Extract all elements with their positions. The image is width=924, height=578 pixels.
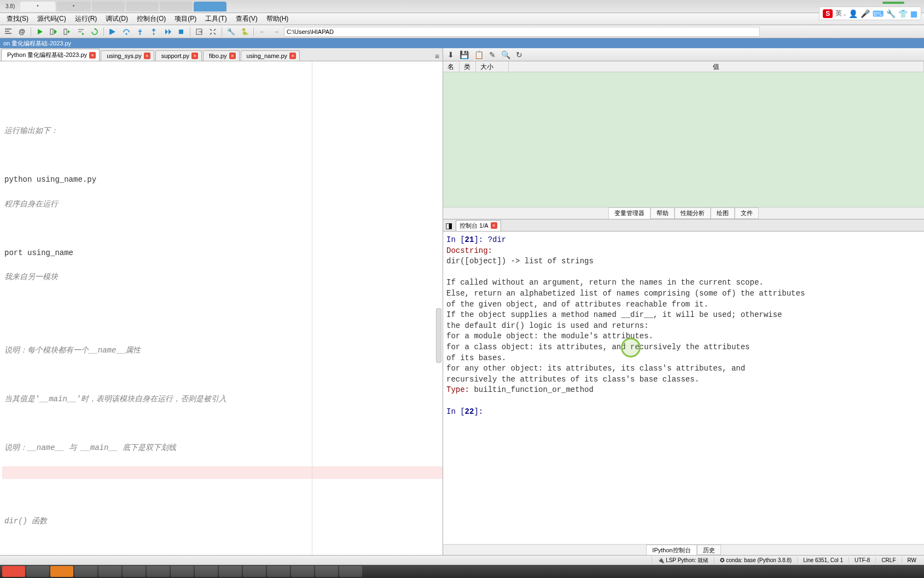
ime-settings-icon[interactable]: 👤 [849, 9, 858, 18]
status-encoding[interactable]: UTF-8 [849, 557, 875, 563]
new-console-icon[interactable]: ◨ [445, 221, 452, 230]
ime-grid-icon[interactable]: ▦ [910, 9, 917, 18]
ime-lang[interactable]: 英 , [835, 9, 846, 18]
step-into-icon[interactable] [134, 26, 146, 37]
wrench-icon[interactable]: 🔧 [225, 26, 237, 37]
taskbar-app-icon[interactable] [2, 566, 25, 577]
col-size[interactable]: 大小 [476, 61, 509, 72]
editor-tab[interactable]: Python 量化编程基础-2023.py × [1, 49, 100, 61]
run-cell-icon[interactable] [48, 26, 60, 37]
taskbar-app-icon[interactable] [123, 566, 146, 577]
editor-tab[interactable]: using_name.py × [241, 50, 300, 61]
run-cell-next-icon[interactable] [61, 26, 73, 37]
taskbar-app-icon[interactable] [267, 566, 290, 577]
col-name[interactable]: 名称 [443, 61, 460, 72]
save-icon[interactable]: 💾 [460, 50, 469, 59]
editor-tab[interactable]: fibo.py × [203, 50, 239, 61]
editor-scrollbar[interactable] [436, 308, 441, 363]
taskbar-app-icon[interactable] [291, 566, 314, 577]
stop-icon[interactable] [175, 26, 187, 37]
taskbar-app-icon[interactable] [50, 566, 73, 577]
taskbar-app-icon[interactable] [98, 566, 121, 577]
editor-tab[interactable]: using_sys.py × [101, 50, 154, 61]
tab-ipython-console[interactable]: IPython控制台 [646, 545, 696, 555]
browser-tab[interactable]: • [56, 2, 91, 11]
tab-history[interactable]: 历史 [697, 545, 721, 555]
ime-toolbar[interactable]: S 英 , 👤 🎤 ⌨ 🔧 👕 ▦ [819, 7, 921, 20]
forward-icon[interactable]: → [270, 26, 282, 37]
browser-tab[interactable]: • [20, 2, 55, 11]
taskbar-app-icon[interactable] [219, 566, 242, 577]
menu-run[interactable]: 运行(R) [71, 13, 102, 25]
working-dir-input[interactable] [284, 27, 760, 37]
at-icon[interactable]: @ [16, 26, 28, 37]
run-icon[interactable] [34, 26, 46, 37]
close-icon[interactable]: × [229, 53, 236, 59]
taskbar-app-icon[interactable] [171, 566, 194, 577]
ime-keyboard-icon[interactable]: ⌨ [873, 9, 884, 18]
menu-project[interactable]: 项目(P) [170, 13, 201, 25]
editor-tab[interactable]: support.py × [155, 50, 202, 61]
edit-icon[interactable]: ✎ [489, 50, 496, 59]
continue-icon[interactable] [161, 26, 173, 37]
ime-tool-icon[interactable]: 🔧 [886, 9, 896, 18]
ime-mic-icon[interactable]: 🎤 [861, 9, 870, 18]
taskbar-app-icon[interactable] [147, 566, 170, 577]
browser-tab[interactable] [160, 2, 193, 11]
indent-icon[interactable] [2, 26, 14, 37]
exit-debug-icon[interactable] [193, 26, 205, 37]
menu-tools[interactable]: 工具(T) [201, 13, 231, 25]
menu-find[interactable]: 查找(S) [2, 13, 33, 25]
menu-view[interactable]: 查看(V) [231, 13, 262, 25]
browser-tab[interactable] [126, 2, 159, 11]
close-icon[interactable]: × [289, 53, 296, 59]
close-icon[interactable]: × [144, 53, 150, 59]
status-conda[interactable]: ✪ conda: base (Python 3.8.8) [714, 557, 797, 563]
rerun-icon[interactable] [89, 26, 101, 37]
console-output[interactable]: In [21]: ?dir Docstring: dir([object]) -… [443, 232, 924, 544]
save-as-icon[interactable]: 📋 [474, 50, 484, 59]
tab-help[interactable]: 帮助 [650, 207, 675, 219]
taskbar-app-icon[interactable] [195, 566, 218, 577]
tab-variable-explorer[interactable]: 变量管理器 [608, 207, 650, 219]
taskbar-app-icon[interactable] [315, 566, 338, 577]
close-icon[interactable]: × [89, 52, 96, 59]
python-icon[interactable]: 🐍 [239, 26, 251, 37]
menu-source[interactable]: 源代码(C) [33, 13, 71, 25]
sogou-icon[interactable]: S [823, 9, 833, 18]
menu-console[interactable]: 控制台(O) [132, 13, 170, 25]
taskbar-app-icon[interactable] [26, 566, 49, 577]
back-icon[interactable]: ← [257, 26, 269, 37]
taskbar-app-icon[interactable] [339, 566, 362, 577]
tab-profiler[interactable]: 性能分析 [675, 207, 711, 219]
import-icon[interactable]: ⬇ [448, 50, 454, 59]
col-type[interactable]: 类型 [460, 61, 476, 72]
menu-debug[interactable]: 调试(D) [101, 13, 132, 25]
taskbar-app-icon[interactable] [243, 566, 266, 577]
open-file-label: on 量化编程基础-2023.py [3, 39, 71, 48]
close-icon[interactable]: × [191, 53, 198, 59]
menu-help[interactable]: 帮助(H) [262, 13, 293, 25]
code-editor[interactable]: 运行输出如下： python using_name.py 程序自身在运行 por… [0, 61, 443, 555]
variable-explorer-area[interactable] [443, 72, 924, 207]
search-icon[interactable]: 🔍 [501, 50, 510, 59]
tab-overflow-icon[interactable]: ≡ [435, 52, 439, 61]
browser-tab[interactable] [92, 2, 125, 11]
tab-files[interactable]: 文件 [735, 207, 759, 219]
status-lsp[interactable]: 🔌 LSP Python: 就绪 [652, 557, 714, 564]
tab-plots[interactable]: 绘图 [711, 207, 735, 219]
taskbar-app-icon[interactable] [74, 566, 97, 577]
refresh-icon[interactable]: ↻ [516, 50, 522, 59]
step-over-icon[interactable] [120, 26, 132, 37]
debug-icon[interactable] [107, 26, 119, 37]
ime-skin-icon[interactable]: 👕 [898, 9, 908, 18]
browser-new-tab[interactable] [194, 2, 226, 11]
maximize-icon[interactable] [207, 26, 219, 37]
step-out-icon[interactable] [148, 26, 160, 37]
run-selection-icon[interactable] [75, 26, 87, 37]
col-value[interactable]: 值 [509, 61, 924, 72]
windows-taskbar[interactable] [0, 565, 924, 578]
status-eol[interactable]: CRLF [875, 557, 901, 563]
console-tab[interactable]: 控制台 1/A × [456, 220, 501, 231]
close-icon[interactable]: × [491, 222, 497, 229]
